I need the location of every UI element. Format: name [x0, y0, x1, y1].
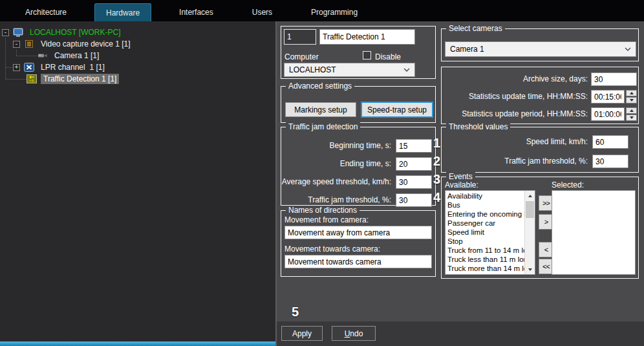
- tree-node-localhost[interactable]: - LOCALHOST [WORK-PC]: [2, 27, 123, 38]
- footer-bar: 5 Apply Undo: [277, 321, 644, 346]
- traffic-jam-detection-group: Traffic jam detection Beginning time, s:…: [281, 127, 436, 206]
- tree-connector-line: [16, 56, 38, 56]
- chevron-down-icon: [625, 47, 631, 51]
- spinner-down-icon[interactable]: [626, 97, 637, 103]
- traffic-jam-threshold-field[interactable]: [396, 193, 432, 207]
- available-events-items: Availability Bus Entering the oncoming l…: [445, 191, 524, 274]
- markings-setup-button[interactable]: Markings setup: [285, 102, 356, 117]
- statistics-update-time-spinner[interactable]: [626, 90, 637, 103]
- tab-hardware[interactable]: Hardware: [94, 3, 151, 21]
- statistics-update-period-field[interactable]: [591, 107, 625, 121]
- camera-select[interactable]: Camera 1: [445, 41, 636, 57]
- tree-node-lpr-channel[interactable]: + LPR channel 1 [1]: [13, 61, 107, 73]
- movement-towards-camera-label: Movement towards camera:: [284, 244, 380, 254]
- names-of-directions-group: Names of directions Movement from camera…: [281, 210, 436, 277]
- scrollbar-down-icon[interactable]: [525, 265, 535, 274]
- tree-expander[interactable]: -: [13, 41, 20, 48]
- traffic-jam-threshold-percent-field[interactable]: [592, 155, 628, 168]
- tab-architecture[interactable]: Architecture: [14, 3, 78, 21]
- undo-label-accelerator: U: [345, 329, 350, 338]
- tree-connector-line: [16, 50, 17, 56]
- group-title: Names of directions: [286, 206, 360, 215]
- camera-select-value: Camera 1: [450, 45, 484, 54]
- object-id-field[interactable]: [284, 29, 316, 45]
- list-item[interactable]: Truck less than 11 m long: [445, 255, 524, 264]
- tree-node-label: Camera 1 [1]: [52, 50, 102, 61]
- archive-size-label: Archive size, days:: [523, 74, 588, 83]
- threshold-values-group: Threshold values Speed limit, km/h: Traf…: [441, 127, 639, 173]
- annotation-2: 2: [433, 154, 440, 169]
- ending-time-field[interactable]: [396, 157, 432, 171]
- selected-label: Selected:: [552, 180, 584, 189]
- tab-programming[interactable]: Programming: [300, 3, 369, 21]
- disable-label: Disable: [375, 52, 401, 61]
- spinner-down-icon[interactable]: [626, 114, 637, 121]
- scrollbar-thumb[interactable]: [526, 201, 534, 218]
- lpr-channel-icon: [24, 63, 34, 72]
- disable-checkbox[interactable]: [363, 51, 371, 59]
- group-title: Threshold values: [446, 122, 510, 131]
- archive-size-field[interactable]: [591, 72, 637, 86]
- group-title: Advanced settings: [286, 81, 354, 91]
- camera-icon: [38, 52, 48, 59]
- tree-node-label: Traffic Detection 1 [1]: [41, 74, 119, 84]
- list-item[interactable]: Passenger car: [445, 219, 524, 228]
- list-item[interactable]: Entering the oncoming lane: [445, 210, 524, 219]
- movement-from-camera-field[interactable]: [284, 226, 432, 239]
- tab-users[interactable]: Users: [241, 3, 283, 21]
- tree-node-label: LPR channel 1 [1]: [38, 62, 107, 72]
- tree-node-label: Video capture device 1 [1]: [38, 39, 133, 49]
- movement-towards-camera-field[interactable]: [284, 255, 432, 268]
- list-item[interactable]: Truck more than 14 m long: [445, 264, 524, 273]
- average-speed-threshold-field[interactable]: [396, 175, 432, 189]
- events-group: Events Available: Selected: Availability…: [441, 177, 639, 279]
- object-name-field[interactable]: [319, 29, 415, 45]
- tree-node-camera[interactable]: Camera 1 [1]: [38, 50, 102, 61]
- list-item[interactable]: Availability: [445, 191, 524, 200]
- group-title: Events: [446, 172, 475, 181]
- tree-node-traffic-detection[interactable]: Traffic Detection 1 [1]: [27, 73, 119, 85]
- traffic-jam-threshold-percent-label: Traffic jam threshold, %:: [504, 157, 588, 166]
- spinner-up-icon[interactable]: [626, 107, 637, 114]
- tree-connector-line: [6, 67, 12, 68]
- statistics-update-period-spinner[interactable]: [626, 107, 637, 121]
- speed-trap-setup-button[interactable]: Speed-trap setup: [361, 102, 433, 118]
- statistics-update-time-field[interactable]: [591, 90, 625, 103]
- monitor-icon: [13, 28, 23, 37]
- undo-label-rest: ndo: [350, 329, 363, 338]
- list-item[interactable]: Truck from 11 to 14 m long: [445, 246, 524, 255]
- speed-limit-field[interactable]: [592, 135, 628, 149]
- undo-button[interactable]: Undo: [332, 326, 376, 341]
- statistics-box: Archive size, days: Statistics update ti…: [441, 67, 639, 124]
- available-events-list[interactable]: Availability Bus Entering the oncoming l…: [445, 190, 535, 275]
- traffic-jam-threshold-label: Traffic jam threshold, %:: [308, 195, 391, 204]
- statistics-update-time-label: Statistics update time, HH:MM:SS:: [469, 92, 588, 101]
- tree-connector-line: [6, 79, 27, 80]
- tree-node-video-capture-device[interactable]: - Video capture device 1 [1]: [13, 38, 133, 50]
- scrollbar-up-icon[interactable]: [525, 191, 535, 200]
- computer-select[interactable]: LOCALHOST: [284, 63, 415, 77]
- beginning-time-field[interactable]: [396, 139, 432, 153]
- identity-box: Computer Disable LOCALHOST: [281, 26, 436, 79]
- tab-interfaces[interactable]: Interfaces: [168, 3, 224, 21]
- spinner-up-icon[interactable]: [626, 90, 637, 96]
- selected-events-list[interactable]: [552, 190, 636, 275]
- advanced-settings-group: Advanced settings Markings setup Speed-t…: [281, 86, 436, 123]
- hardware-tree-panel: - LOCALHOST [WORK-PC] - Video capture de…: [0, 21, 275, 341]
- tree-expander[interactable]: -: [2, 29, 9, 36]
- computer-label: Computer: [284, 52, 319, 61]
- statistics-update-period-label: Statistics update period, HH:MM:SS:: [462, 109, 588, 118]
- available-label: Available:: [445, 180, 478, 189]
- scrollbar[interactable]: [524, 191, 535, 274]
- tree-expander[interactable]: +: [13, 64, 20, 71]
- list-item[interactable]: Bus: [445, 200, 524, 210]
- list-item[interactable]: Speed limit: [445, 228, 524, 237]
- beginning-time-label: Beginning time, s:: [330, 141, 391, 150]
- annotation-1: 1: [433, 136, 440, 151]
- chevron-down-icon: [403, 68, 410, 72]
- computer-select-value: LOCALHOST: [289, 65, 336, 74]
- group-title: Traffic jam detection: [286, 122, 360, 131]
- list-item[interactable]: Stop: [445, 237, 524, 246]
- apply-button[interactable]: Apply: [281, 326, 323, 341]
- list-item[interactable]: U-turn: [445, 273, 524, 274]
